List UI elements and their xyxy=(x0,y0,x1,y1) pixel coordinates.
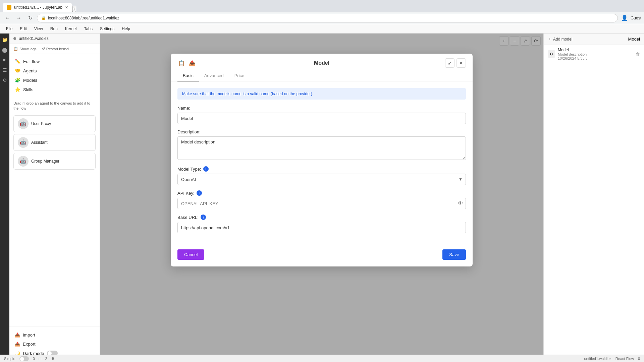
base-url-info-icon[interactable]: i xyxy=(201,215,206,220)
modal-model: 📋 📤 Model ⤢ ✕ Basic Advanced Price Make … xyxy=(171,54,473,266)
user-icon[interactable]: 👤 xyxy=(620,13,629,23)
model-row-info: Model Model description 10/26/2024 5:33:… xyxy=(558,48,636,60)
left-panel: untitled1.waldiez 📋 Show logs ↺ Restart … xyxy=(9,34,100,362)
center-canvas: + − ⤢ ⟳ 📋 📤 Model ⤢ ✕ xyxy=(100,34,543,362)
name-input[interactable] xyxy=(177,113,466,124)
app-menubar: File Edit View Run Kernel Tabs Settings … xyxy=(0,24,644,34)
nav-item-edit-flow[interactable]: ✏️ Edit flow xyxy=(9,57,100,66)
tab-close-btn[interactable]: ✕ xyxy=(65,5,68,10)
right-panel-col-name: Model xyxy=(628,37,640,42)
modal-export-icon[interactable]: 📤 xyxy=(188,59,196,67)
menu-run[interactable]: Run xyxy=(47,26,61,32)
modal-tabs: Basic Advanced Price xyxy=(171,70,473,81)
agent-name-user-proxy: User Proxy xyxy=(31,121,51,126)
api-key-info-icon[interactable]: i xyxy=(197,190,202,196)
menu-help[interactable]: Help xyxy=(118,26,133,32)
sidebar-icon-gear[interactable]: ⚙ xyxy=(1,76,8,84)
modal-expand-btn[interactable]: ⤢ xyxy=(445,58,454,68)
menu-file[interactable]: File xyxy=(3,26,16,32)
model-row[interactable]: ⚙ Model Model description 10/26/2024 5:3… xyxy=(544,45,644,63)
status-file-name: untitled1.waldiez xyxy=(584,357,611,361)
nav-item-skills[interactable]: ⭐ Skills xyxy=(9,85,100,94)
file-dot xyxy=(13,37,16,40)
address-bar[interactable]: 🔒 localhost:8888/lab/tree/untitled1.wald… xyxy=(37,14,618,22)
back-btn[interactable]: ← xyxy=(3,13,12,23)
logs-icon: 📋 xyxy=(13,47,18,51)
export-icon: 📤 xyxy=(15,342,20,347)
nav-item-agents[interactable]: 🤝 Agents xyxy=(9,66,100,75)
import-btn[interactable]: 📥 Import xyxy=(13,330,96,340)
forward-btn[interactable]: → xyxy=(14,13,23,23)
tab-basic[interactable]: Basic xyxy=(177,70,199,81)
url-text: localhost:8888/lab/tree/untitled1.waldie… xyxy=(48,16,119,20)
model-type-info-icon[interactable]: i xyxy=(203,166,209,172)
agent-name-group-manager: Group Manager xyxy=(31,159,59,164)
api-key-input[interactable] xyxy=(177,198,466,209)
api-key-label: API Key: i xyxy=(177,190,466,196)
skills-icon: ⭐ xyxy=(15,87,20,92)
tab-price[interactable]: Price xyxy=(229,70,250,81)
agent-avatar-user-proxy: 🤖 xyxy=(18,118,29,129)
model-row-time: 10/26/2024 5:33:3... xyxy=(558,56,636,60)
agent-card-assistant[interactable]: 🤖 Assistant xyxy=(13,134,96,151)
name-label: Name: xyxy=(177,106,466,111)
add-model-btn[interactable]: ＋ Add model xyxy=(548,36,572,42)
status-left: Simple 0 □ 2 ⊕ xyxy=(4,356,54,361)
sidebar-icon-folder[interactable]: 📁 xyxy=(1,36,8,44)
menu-kernel[interactable]: Kernel xyxy=(62,26,80,32)
edit-flow-icon: ✏️ xyxy=(15,59,20,64)
model-row-icon: ⚙ xyxy=(548,50,555,58)
menu-tabs[interactable]: Tabs xyxy=(81,26,96,32)
agent-card-group-manager[interactable]: 🤖 Group Manager xyxy=(13,153,96,170)
description-input[interactable]: Model description xyxy=(177,136,466,160)
nav-item-models[interactable]: 🧩 Models xyxy=(9,75,100,85)
model-type-label: Model Type: i xyxy=(177,166,466,172)
reload-btn[interactable]: ↻ xyxy=(25,13,35,23)
modal-overlay: 📋 📤 Model ⤢ ✕ Basic Advanced Price Make … xyxy=(100,34,543,362)
modal-close-btn[interactable]: ✕ xyxy=(457,58,466,68)
form-group-base-url: Base URL: i xyxy=(177,215,466,233)
api-key-toggle-btn[interactable]: 👁 xyxy=(458,200,463,206)
tab-advanced[interactable]: Advanced xyxy=(199,70,229,81)
tab-title: untitled1.wa... - JupyterLab xyxy=(14,5,62,10)
status-icon-circle: ⊕ xyxy=(51,356,54,361)
browser-tab[interactable]: untitled1.wa... - JupyterLab ✕ xyxy=(3,3,72,12)
react-flow-version: 0 xyxy=(638,357,640,361)
status-icon-square: □ xyxy=(39,357,41,361)
models-icon: 🧩 xyxy=(15,77,20,83)
import-icon: 📥 xyxy=(15,333,20,338)
simple-label: Simple xyxy=(4,357,15,361)
menu-view[interactable]: View xyxy=(31,26,46,32)
icon-sidebar: 📁 ⬤ IP ☰ ⚙ xyxy=(0,34,9,362)
model-type-select[interactable]: OpenAI Azure Anthropic Google Other xyxy=(177,174,466,185)
model-delete-btn[interactable]: 🗑 xyxy=(636,52,640,57)
sidebar-icon-lines[interactable]: ☰ xyxy=(1,66,8,74)
nav-item-models-label: Models xyxy=(23,78,37,83)
menu-settings[interactable]: Settings xyxy=(97,26,118,32)
status-count-2: 2 xyxy=(45,357,47,361)
status-bar: Simple 0 □ 2 ⊕ untitled1.waldiez React F… xyxy=(0,355,644,362)
modal-copy-icon[interactable]: 📋 xyxy=(177,59,185,67)
right-panel-header: ＋ Add model Model xyxy=(544,34,644,45)
model-row-name: Model xyxy=(558,48,636,52)
agent-card-user-proxy[interactable]: 🤖 User Proxy xyxy=(13,115,96,132)
model-type-select-wrapper: OpenAI Azure Anthropic Google Other ▼ xyxy=(177,174,466,185)
react-flow-label: React Flow xyxy=(615,357,634,361)
base-url-input[interactable] xyxy=(177,222,466,233)
restart-kernel-btn[interactable]: ↺ Restart kernel xyxy=(42,47,69,51)
new-tab-btn[interactable]: + xyxy=(72,6,76,12)
restart-icon: ↺ xyxy=(42,47,45,51)
user-label: Guest xyxy=(631,13,641,23)
modal-body: Make sure that the model's name is a val… xyxy=(171,81,473,245)
menu-edit[interactable]: Edit xyxy=(16,26,30,32)
show-logs-btn[interactable]: 📋 Show logs xyxy=(13,47,37,51)
cancel-button[interactable]: Cancel xyxy=(177,249,204,260)
export-btn[interactable]: 📤 Export xyxy=(13,340,96,349)
simple-toggle[interactable] xyxy=(19,356,29,361)
sidebar-icon-circle[interactable]: ⬤ xyxy=(1,46,8,54)
status-right: untitled1.waldiez React Flow 0 xyxy=(584,357,640,361)
save-button[interactable]: Save xyxy=(442,249,466,260)
sidebar-icon-ip[interactable]: IP xyxy=(1,56,8,64)
modal-header: 📋 📤 Model ⤢ ✕ xyxy=(171,54,473,68)
file-name-label: untitled1.waldiez xyxy=(19,36,49,41)
